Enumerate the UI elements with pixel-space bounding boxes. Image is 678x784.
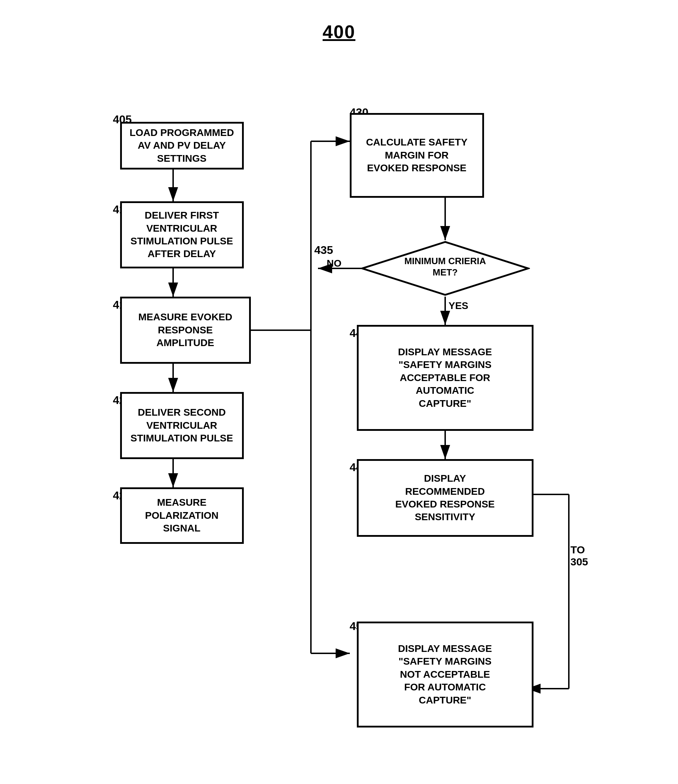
box-450: DISPLAY MESSAGE "SAFETY MARGINS NOT ACCE… (357, 622, 533, 728)
box-410-text: DELIVER FIRST VENTRICULAR STIMULATION PU… (130, 209, 233, 261)
no-label: NO (327, 258, 341, 269)
box-420: DELIVER SECOND VENTRICULAR STIMULATION P… (120, 392, 244, 459)
box-405-text: LOAD PROGRAMMED AV AND PV DELAY SETTINGS (130, 126, 234, 165)
box-440: DISPLAY MESSAGE "SAFETY MARGINS ACCEPTAB… (357, 325, 533, 431)
yes-label: YES (449, 300, 469, 311)
svg-text:MINIMUM CRIERIA: MINIMUM CRIERIA (404, 256, 486, 266)
box-425-text: MEASURE POLARIZATION SIGNAL (145, 496, 219, 535)
diamond-svg: MINIMUM CRIERIA MET? (360, 240, 530, 297)
box-440-text: DISPLAY MESSAGE "SAFETY MARGINS ACCEPTAB… (398, 346, 492, 410)
box-445: DISPLAY RECOMMENDED EVOKED RESPONSE SENS… (357, 459, 533, 537)
diamond-435: MINIMUM CRIERIA MET? (360, 240, 530, 297)
box-405: LOAD PROGRAMMED AV AND PV DELAY SETTINGS (120, 122, 244, 170)
box-420-text: DELIVER SECOND VENTRICULAR STIMULATION P… (130, 406, 233, 445)
box-430: CALCULATE SAFETY MARGIN FOR EVOKED RESPO… (350, 113, 484, 198)
svg-text:MET?: MET? (432, 267, 458, 278)
box-450-text: DISPLAY MESSAGE "SAFETY MARGINS NOT ACCE… (398, 642, 492, 707)
box-415-text: MEASURE EVOKED RESPONSE AMPLITUDE (138, 311, 232, 349)
box-430-text: CALCULATE SAFETY MARGIN FOR EVOKED RESPO… (366, 136, 468, 174)
page-title: 400 (323, 21, 355, 42)
box-415: MEASURE EVOKED RESPONSE AMPLITUDE (120, 297, 251, 364)
box-410: DELIVER FIRST VENTRICULAR STIMULATION PU… (120, 201, 244, 268)
to-305-label: TO 305 (570, 544, 588, 568)
label-435: 435 (315, 244, 333, 257)
diagram-area: 405 LOAD PROGRAMMED AV AND PV DELAY SETT… (92, 71, 586, 759)
box-425: MEASURE POLARIZATION SIGNAL (120, 487, 244, 544)
box-445-text: DISPLAY RECOMMENDED EVOKED RESPONSE SENS… (395, 472, 495, 524)
page-container: 400 (0, 0, 678, 784)
